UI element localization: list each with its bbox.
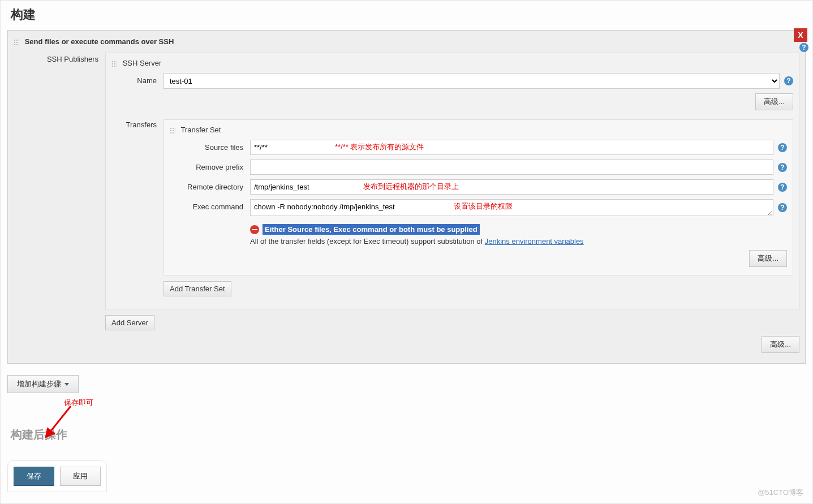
step-advanced-button[interactable]: 高级...	[762, 336, 799, 353]
drag-handle-icon[interactable]	[170, 127, 175, 134]
source-files-label: Source files	[170, 140, 250, 152]
footer-bar: 保存 应用	[7, 460, 107, 492]
chevron-down-icon	[64, 383, 69, 386]
exec-command-label: Exec command	[170, 199, 250, 211]
remote-directory-input[interactable]	[250, 179, 773, 195]
ssh-name-label: Name	[111, 73, 164, 85]
build-step-panel: X ? Send files or execute commands over …	[7, 30, 806, 364]
hint-line: All of the transfer fields (except for E…	[250, 237, 787, 245]
post-build-section-title: 构建后操作	[11, 427, 806, 442]
transfer-set-panel: Transfer Set Source files **/** 表示发布所有的源…	[164, 119, 793, 275]
error-text: Either Source files, Exec command or bot…	[263, 224, 480, 235]
transfer-advanced-button[interactable]: 高级...	[749, 250, 787, 267]
env-vars-link[interactable]: Jenkins environment variables	[485, 237, 584, 245]
add-build-step-dropdown[interactable]: 增加构建步骤	[7, 375, 79, 393]
transfer-set-label: Transfer Set	[180, 126, 221, 134]
error-icon	[250, 225, 259, 234]
help-icon[interactable]: ?	[778, 203, 787, 212]
remote-directory-label: Remote directory	[170, 179, 250, 191]
apply-button[interactable]: 应用	[60, 467, 101, 486]
ssh-server-section-label: SSH Server	[123, 59, 162, 67]
ssh-name-select[interactable]: test-01	[164, 73, 780, 89]
drag-handle-icon[interactable]	[111, 61, 117, 67]
ssh-server-panel: SSH Server Name test-01 ? 高级...	[105, 53, 799, 309]
ssh-publishers-label: SSH Publishers	[14, 53, 105, 63]
help-icon[interactable]: ?	[778, 143, 787, 152]
remove-prefix-label: Remove prefix	[170, 160, 250, 171]
help-icon[interactable]: ?	[778, 183, 787, 192]
drag-handle-icon[interactable]	[14, 39, 19, 46]
section-title: 构建	[7, 1, 806, 30]
step-title: Send files or execute commands over SSH	[14, 37, 799, 46]
help-icon[interactable]: ?	[799, 43, 808, 52]
help-icon[interactable]: ?	[784, 76, 793, 85]
ssh-server-advanced-button[interactable]: 高级...	[755, 93, 793, 110]
validation-error: Either Source files, Exec command or bot…	[250, 224, 787, 235]
source-files-input[interactable]	[250, 140, 773, 155]
help-icon[interactable]: ?	[778, 163, 787, 172]
exec-command-textarea[interactable]: chown -R nobody:nobody /tmp/jenkins_test	[250, 199, 773, 216]
annotation-save: 保存即可	[64, 398, 93, 408]
add-server-button[interactable]: Add Server	[105, 315, 154, 330]
save-button[interactable]: 保存	[14, 467, 54, 486]
watermark: @51CTO博客	[758, 488, 803, 498]
transfers-label: Transfers	[111, 119, 164, 129]
close-step-button[interactable]: X	[794, 28, 807, 42]
step-title-text: Send files or execute commands over SSH	[25, 37, 174, 46]
add-transfer-set-button[interactable]: Add Transfer Set	[164, 281, 231, 296]
remove-prefix-input[interactable]	[250, 160, 773, 175]
